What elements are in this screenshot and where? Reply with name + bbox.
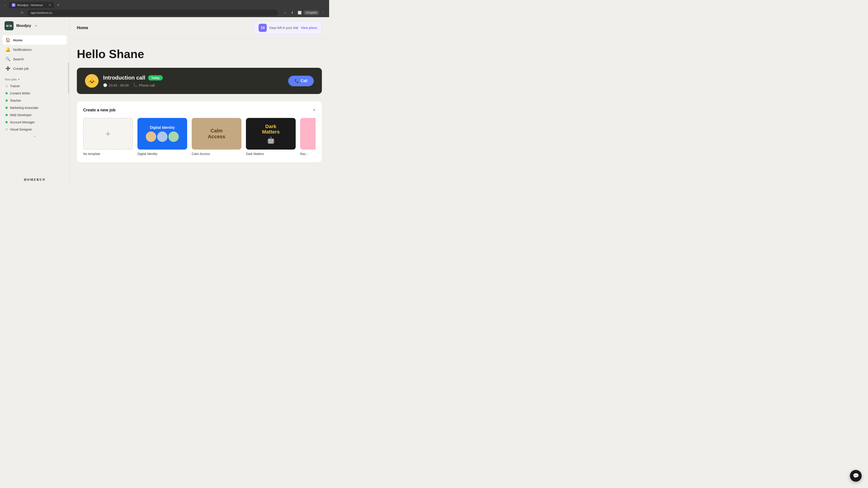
- browser-chrome: ‹ M Moodjoy · Homerun ✕ + ← → ↻ app.home…: [0, 0, 329, 17]
- tab-close-button[interactable]: ✕: [48, 3, 52, 7]
- tab-title: Moodjoy · Homerun: [17, 3, 46, 7]
- ca-content: CalmAccess: [204, 124, 229, 143]
- your-jobs-section-label: Your jobs ▾: [0, 74, 69, 83]
- job-label-account-manager: Account Manager: [10, 121, 35, 124]
- template-thumb-dark-matters: DarkMatters 🤖: [246, 118, 296, 150]
- trial-days-count: 14: [258, 24, 267, 32]
- job-dot-trainer: [5, 85, 8, 87]
- job-label-trainer: Trainer: [10, 84, 20, 88]
- tab-nav-prev[interactable]: ‹: [2, 2, 8, 8]
- company-avatar: M M: [4, 21, 13, 30]
- plus-icon: ➕: [5, 66, 10, 71]
- job-item-teacher[interactable]: Teacher: [1, 97, 68, 104]
- bell-icon: 🔔: [5, 47, 10, 52]
- trial-text: Days left in your trial: [270, 26, 298, 30]
- templates-grid: + No template Digital Identity: [83, 118, 315, 156]
- di-photo-1: [146, 131, 156, 142]
- view-plans-link[interactable]: View plans: [301, 26, 317, 30]
- intro-call-title: Introduction call: [103, 74, 145, 81]
- template-name-calm-access: Calm Access: [192, 152, 210, 156]
- job-dot-content-writer: [5, 92, 8, 94]
- template-card-no-template[interactable]: + No template: [83, 118, 133, 156]
- create-job-title: Create a new job: [83, 108, 116, 112]
- back-button[interactable]: ←: [3, 9, 9, 16]
- sidebar-item-create-job-label: Create job: [13, 67, 29, 70]
- sidebar: M M Moodjoy ▾ 🏠 Home 🔔 Notifications 🔍 S…: [0, 17, 70, 185]
- download-button[interactable]: ⬇: [289, 9, 296, 16]
- di-title: Digital Identity: [150, 126, 175, 130]
- dm-title: DarkMatters: [262, 124, 280, 135]
- add-icon: +: [105, 129, 111, 139]
- template-card-dark-matters[interactable]: DarkMatters 🤖 Dark Matters: [246, 118, 296, 156]
- template-name-partial: Rac...: [300, 152, 309, 156]
- template-name-digital-identity: Digital Identity: [137, 152, 157, 156]
- sidebar-item-home[interactable]: 🏠 Home: [3, 35, 67, 45]
- main-content: Hello Shane 🐱 Introduction call Today 🕐 …: [70, 39, 329, 185]
- sidebar-nav: 🏠 Home 🔔 Notifications 🔍 Search ➕ Create…: [0, 34, 69, 74]
- template-name-dark-matters: Dark Matters: [246, 152, 264, 156]
- url-bar[interactable]: app.homerun.co: [27, 10, 278, 16]
- sidebar-scrollbar[interactable]: [68, 62, 69, 94]
- job-item-marketing-associate[interactable]: Marketing Associate: [1, 104, 68, 111]
- jobs-list: Trainer Content Writer Teacher Marketing…: [0, 83, 69, 133]
- job-label-web-developer: Web Developer: [10, 113, 32, 117]
- sidebar-item-create-job[interactable]: ➕ Create job: [3, 64, 67, 73]
- scroll-indicator: ▾: [0, 133, 69, 140]
- homerun-logo-text: HOMERUN: [24, 178, 46, 182]
- template-thumb-partial: [300, 118, 315, 150]
- job-item-content-writer[interactable]: Content Writer: [1, 90, 68, 97]
- job-item-visual-designer[interactable]: Visual Designer: [1, 126, 68, 133]
- create-job-close-button[interactable]: ×: [313, 107, 315, 112]
- company-dropdown-button[interactable]: ▾: [34, 24, 38, 28]
- template-card-partial[interactable]: Rac...: [300, 118, 315, 156]
- menu-button[interactable]: ⋮: [320, 9, 327, 16]
- template-card-digital-identity[interactable]: Digital Identity Digital Identity: [137, 118, 187, 156]
- sidebar-item-search[interactable]: 🔍 Search: [3, 54, 67, 64]
- page-title: Home: [77, 26, 254, 30]
- search-icon: 🔍: [5, 57, 10, 61]
- main-area: Home 14 Days left in your trial View pla…: [70, 17, 329, 185]
- job-item-account-manager[interactable]: Account Manager: [1, 119, 68, 126]
- phone-icon: 📞: [133, 83, 137, 87]
- ca-title: CalmAccess: [208, 128, 225, 140]
- new-tab-button[interactable]: +: [55, 2, 61, 8]
- create-job-section: Create a new job × + No template Di: [77, 101, 322, 162]
- job-dot-account-manager: [5, 121, 8, 123]
- template-name-no-template: No template: [83, 152, 100, 156]
- job-item-trainer[interactable]: Trainer: [1, 83, 68, 90]
- intro-call-avatar: 🐱: [85, 74, 98, 88]
- forward-button[interactable]: →: [11, 9, 17, 16]
- sidebar-item-search-label: Search: [13, 57, 24, 61]
- active-tab[interactable]: M Moodjoy · Homerun ✕: [9, 2, 54, 8]
- sidebar-header: M M Moodjoy ▾: [0, 17, 69, 34]
- sidebar-item-home-label: Home: [13, 38, 23, 42]
- tab-bar: ‹ M Moodjoy · Homerun ✕ +: [0, 0, 329, 8]
- template-card-calm-access[interactable]: CalmAccess Calm Access: [192, 118, 241, 156]
- bookmark-button[interactable]: ☆: [282, 9, 288, 16]
- clock-icon: 🕐: [103, 83, 107, 87]
- address-bar: ← → ↻ app.homerun.co ☆ ⬇ ⬜ Incognito ⋮: [0, 8, 329, 17]
- intro-call-type: 📞 Phone call: [133, 83, 155, 87]
- job-dot-marketing-associate: [5, 107, 8, 109]
- di-photo-2: [157, 131, 167, 142]
- main-header: Home 14 Days left in your trial View pla…: [70, 17, 329, 39]
- trial-badge: 14 Days left in your trial View plans: [254, 21, 322, 34]
- template-thumb-calm-access: CalmAccess: [192, 118, 241, 150]
- job-label-content-writer: Content Writer: [10, 92, 30, 95]
- intro-time: 🕐 23:45 - 00:00: [103, 83, 129, 87]
- url-text: app.homerun.co: [31, 11, 52, 14]
- browser-actions: ☆ ⬇ ⬜ Incognito ⋮: [282, 9, 327, 16]
- job-item-web-developer[interactable]: Web Developer: [1, 111, 68, 119]
- job-label-teacher: Teacher: [10, 99, 21, 102]
- dm-character: 🤖: [267, 136, 275, 144]
- di-photo-3: [168, 131, 179, 142]
- app: M M Moodjoy ▾ 🏠 Home 🔔 Notifications 🔍 S…: [0, 17, 329, 185]
- extension-button[interactable]: ⬜: [296, 9, 303, 16]
- sidebar-item-notifications-label: Notifications: [13, 48, 32, 52]
- tab-favicon: M: [12, 3, 16, 7]
- sidebar-item-notifications[interactable]: 🔔 Notifications: [3, 45, 67, 54]
- reload-button[interactable]: ↻: [19, 9, 25, 16]
- call-phone-icon: 📞: [294, 79, 299, 83]
- job-label-marketing-associate: Marketing Associate: [10, 106, 38, 109]
- call-button[interactable]: 📞 Call: [288, 76, 314, 86]
